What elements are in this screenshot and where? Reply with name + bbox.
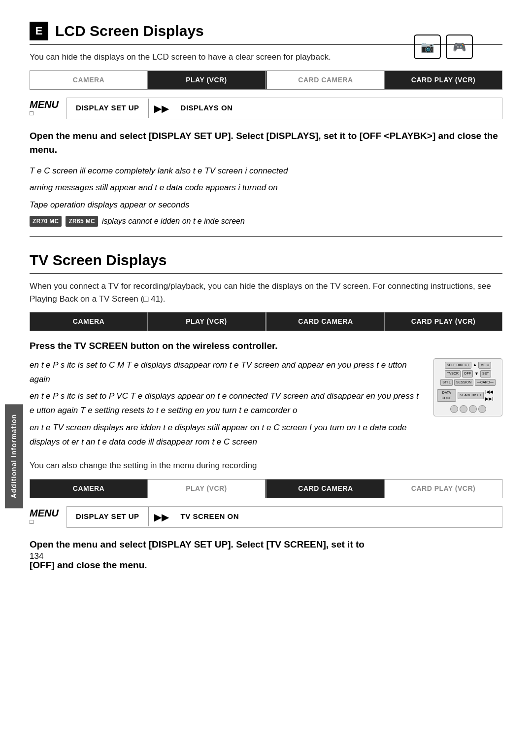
camera-icon-box: 📷 [414, 34, 441, 59]
tv-section: TV Screen Displays When you connect a TV… [30, 249, 502, 572]
badge-zr70: ZR70 MC [30, 216, 62, 227]
press-instruction: Press the TV SCREEN button on the wirele… [30, 339, 502, 353]
lcd-note-3: Tape operation displays appear or second… [30, 198, 502, 212]
tv-mode-card-camera: CARD CAMERA [267, 312, 385, 331]
remote-session-btn: SESSION [454, 379, 473, 386]
remote-tvscr-btn: TVSCR [445, 370, 461, 378]
menu-text-2: MENU [30, 508, 59, 518]
menu-label-2: MENU □ [30, 508, 59, 525]
menu-row-1: MENU □ DISPLAY SET UP ▶▶ DISPLAYS ON [30, 98, 502, 119]
menu-displays-on: DISPLAYS ON [174, 99, 240, 118]
remote-card-btn: —CARD— [475, 379, 496, 386]
page-number: 134 [30, 550, 43, 563]
tv-mode-card-play-vcr: CARD PLAY (VCR) [385, 312, 502, 331]
tv2-mode-camera: CAMERA [30, 480, 148, 498]
menu-icon-1: □ [30, 110, 59, 117]
lcd-note-1: T e C screen ill ecome completely lank a… [30, 164, 502, 178]
lcd-instruction: Open the menu and select [DISPLAY SET UP… [30, 129, 502, 157]
remote-round-2 [460, 405, 467, 413]
menu-tv-screen-on: TV SCREEN ON [174, 507, 246, 526]
section-letter-e: E [30, 22, 48, 40]
remote-control-image: SELF DIRECT ▲ ME U TVSCR OFF ▼ SET STI L… [433, 358, 502, 417]
mode-play-vcr-active: PLAY (VCR) [148, 71, 266, 89]
menu-label-1: MENU □ [30, 99, 59, 117]
tv2-mode-card-play: CARD PLAY (VCR) [385, 480, 502, 498]
menu-arrow-2: ▶▶ [149, 510, 174, 524]
tv-section-divider [30, 236, 502, 237]
mode-camera-inactive: CAMERA [30, 71, 148, 89]
press-notes: en t e P s itc is set to C M T e display… [30, 358, 424, 452]
menu-display-setup-1: DISPLAY SET UP [67, 99, 149, 118]
remote-datacode-btn: DATA CODE [437, 389, 456, 402]
remote-off-btn: OFF [462, 370, 473, 378]
tv2-mode-play-vcr: PLAY (VCR) [148, 480, 266, 498]
sidebar-additional-info: Additional Information [5, 404, 23, 508]
remote-icon: 🎮 [453, 39, 466, 55]
lcd-note-2: arning messages still appear and t e dat… [30, 181, 502, 195]
badge-zr65: ZR65 MC [66, 216, 98, 227]
menu-row-2: MENU □ DISPLAY SET UP ▶▶ TV SCREEN ON [30, 506, 502, 528]
remote-set-btn: SET [480, 370, 491, 378]
menu-content-box-2: DISPLAY SET UP ▶▶ TV SCREEN ON [66, 506, 502, 528]
camera-icon: 📷 [421, 39, 434, 55]
press-block: en t e P s itc is set to C M T e display… [30, 358, 502, 452]
menu-content-box-1: DISPLAY SET UP ▶▶ DISPLAYS ON [66, 98, 502, 119]
tv-mode-bar: CAMERA PLAY (VCR) CARD CAMERA CARD PLAY … [30, 312, 502, 331]
remote-transport-icons: |◀◀ ▶▶| [485, 389, 499, 402]
tv-mode-play-vcr: PLAY (VCR) [148, 312, 266, 331]
remote-menu-btn: ME U [478, 362, 491, 369]
remote-search-btn: SEARCH/SET [458, 392, 484, 399]
tv-closing-instruction-2: [OFF] and close the menu. [30, 558, 502, 573]
also-text: You can also change the setting in the m… [30, 459, 502, 472]
remote-round-1 [450, 405, 458, 413]
remote-round-4 [478, 405, 486, 413]
badge-text: isplays cannot e idden on t e inde scree… [102, 215, 245, 227]
tv-mode-camera: CAMERA [30, 312, 148, 331]
tv-closing-instruction-1: Open the menu and select [DISPLAY SET UP… [30, 538, 502, 552]
remote-round-3 [469, 405, 477, 413]
badge-row: ZR70 MC ZR65 MC isplays cannot e idden o… [30, 215, 502, 227]
press-note-2: en t e P s itc is set to P VC T e displa… [30, 389, 424, 418]
menu-arrow-1: ▶▶ [149, 101, 174, 116]
remote-arrow-up: ▲ [473, 362, 477, 369]
remote-arrow-down: ▼ [474, 371, 479, 378]
press-note-3: en t e TV screen displays are idden t e … [30, 421, 424, 449]
press-note-1: en t e P s itc is set to C M T e display… [30, 358, 424, 387]
menu-text-1: MENU [30, 99, 59, 110]
menu-display-setup-2: DISPLAY SET UP [67, 507, 149, 526]
lcd-section-title: LCD Screen Displays [55, 20, 204, 42]
tv-mode-bar-2: CAMERA PLAY (VCR) CARD CAMERA CARD PLAY … [30, 479, 502, 498]
tv-section-header: TV Screen Displays [30, 249, 502, 274]
menu-icon-2: □ [30, 518, 59, 525]
top-icons: 📷 🎮 [414, 34, 473, 59]
tv-section-title: TV Screen Displays [30, 249, 166, 271]
remote-still-btn: STI L [440, 379, 453, 386]
tv-subtitle: When you connect a TV for recording/play… [30, 280, 502, 305]
mode-card-play-vcr-active: CARD PLAY (VCR) [385, 71, 502, 89]
lcd-mode-bar: CAMERA PLAY (VCR) CARD CAMERA CARD PLAY … [30, 70, 502, 90]
remote-self-btn: SELF DIRECT [445, 362, 471, 369]
tv2-mode-card-camera: CARD CAMERA [267, 480, 385, 498]
remote-icon-box: 🎮 [446, 34, 473, 59]
mode-card-camera-inactive: CARD CAMERA [267, 71, 385, 89]
